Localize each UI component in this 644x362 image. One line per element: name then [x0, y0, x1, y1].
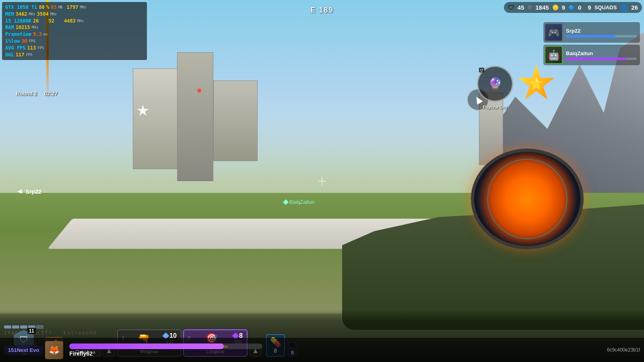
armor-cell-2	[12, 325, 19, 329]
frametime-val: 9.3	[33, 31, 42, 38]
perf-stats-panel: GTX 1050 Ti 80 % 63 MB 1797 MHz MEM 3462…	[2, 2, 147, 60]
player1-name: Srp22	[566, 28, 637, 34]
player-name: Firefly62	[69, 350, 262, 357]
ogl-row: OGL 117 FPS	[5, 52, 144, 58]
cpu-row: i5 12600K 26 52 4483 MHz	[5, 18, 144, 25]
armor-count: 11	[27, 328, 36, 334]
hp-bar-1-container	[566, 35, 637, 37]
round-timer: 02:27	[44, 91, 58, 97]
cpu-label: i5 12600K	[5, 18, 31, 25]
resource-bar: 🛡 45 ⚒ 1845 🪙 9 🔷 0 9 SQUADS 👤 26	[504, 2, 642, 13]
cpu-val2: 52	[48, 18, 54, 25]
ogl-label: OGL	[5, 52, 14, 58]
portrait-row-2: 🤖 BaiqZaitun	[543, 45, 640, 65]
person-icon: 👤	[620, 4, 628, 11]
player-avatar: 🦊	[45, 341, 63, 359]
tactical-ability[interactable]: 🔮 Q Psyche Out	[477, 66, 513, 102]
tactical-icon: 🔮	[488, 77, 502, 90]
players-remaining: 26	[631, 4, 638, 11]
teammate-label: Srp22	[26, 188, 41, 195]
cpu-clock-unit: MHz	[77, 19, 84, 24]
shield-icon: 🛡	[508, 4, 514, 11]
mem-label: MEM	[5, 11, 14, 18]
compass: E 189	[310, 6, 333, 14]
tactical-label: Psyche Out	[483, 105, 508, 110]
sep3: 🔷	[568, 4, 575, 10]
frametime-label: Frametime	[5, 31, 31, 38]
portrait-srp22: 🎮	[545, 23, 563, 41]
mem-row: MEM 3462 MHz 3504 MHz	[5, 11, 144, 18]
crosshair-vertical	[322, 177, 322, 185]
ram-val: 10215	[16, 24, 30, 31]
hp-bar-1	[566, 35, 615, 37]
building-3	[213, 81, 258, 161]
frametime-unit: ms	[43, 32, 48, 37]
ram-row: RAM 10215 MHz	[5, 24, 144, 31]
hp-bar-2	[566, 58, 626, 60]
health-area: Firefly62	[65, 343, 266, 357]
avgfps-unit: FPS	[37, 46, 44, 51]
ally-marker: BaiqZaitun	[284, 199, 314, 205]
weapon-scope	[471, 149, 584, 249]
gpu-label: GTX 1050 Ti	[5, 4, 37, 11]
teammate-indicator: ◄ Srp22	[16, 187, 41, 196]
evo-display: 151Next Evo	[4, 345, 43, 355]
compass-value: E 189	[310, 6, 333, 14]
ally-name: BaiqZaitun	[289, 199, 314, 205]
team-portraits: 🎮 Srp22 🤖 BaiqZaitun	[543, 22, 640, 65]
mem-unit1: MHz	[29, 12, 35, 17]
weapon-foreground	[302, 88, 644, 330]
low1-row: 1%low 30 FPS	[5, 38, 144, 45]
teammate-arrow-icon: ◄	[16, 187, 23, 196]
mem-val2: 3504	[37, 11, 49, 18]
armor-cells	[4, 325, 43, 329]
gpu-usage-unit: %	[46, 4, 49, 11]
ability-wheel: 🔮 Q Psyche Out ⭐ Z Party	[477, 64, 555, 103]
mem-unit2: MHz	[50, 12, 57, 17]
sep1: ⚒	[527, 4, 532, 10]
player-id: 6c9c400e23b1f	[607, 347, 640, 353]
clock-val: 1797	[66, 4, 78, 11]
avgfps-val: 113	[27, 45, 36, 52]
tactical-key: Q	[479, 68, 484, 72]
frametime-row: Frametime 9.3 ms	[5, 31, 144, 38]
armor-cell-1	[4, 325, 11, 329]
health-bar-bg	[69, 343, 262, 349]
player2-name: BaiqZaitun	[566, 50, 637, 56]
portrait-info-2: BaiqZaitun	[566, 50, 637, 60]
avgfps-label: AVG FPS	[5, 45, 26, 52]
portrait-row-1: 🎮 Srp22	[543, 22, 640, 43]
ram-label: RAM	[5, 24, 14, 31]
evo-num: 151Next Evo	[8, 347, 39, 353]
player-info-bar: 151Next Evo 🦊 Firefly62 6c9c400e23b1f	[0, 338, 644, 362]
health-bar-fill	[69, 343, 224, 349]
ally-diamond	[283, 199, 289, 205]
low1-unit: FPS	[29, 39, 35, 44]
hp-bar-2-container	[566, 58, 637, 60]
ultimate-icon: ⭐	[529, 77, 543, 90]
low1-val: 30	[21, 38, 27, 45]
rank-points: 9	[588, 4, 591, 11]
vram-val: 63	[51, 4, 56, 11]
crafting-materials: 1845	[535, 4, 549, 11]
vram-unit: MB	[58, 5, 63, 10]
ultimate-key: Z	[519, 66, 524, 71]
sep2: 🪙	[552, 4, 559, 10]
round-info: Round 2 02:27	[16, 91, 58, 97]
ogl-unit: FPS	[26, 52, 32, 58]
legend-tokens: 9	[562, 4, 565, 11]
scope-ring	[487, 159, 568, 239]
gpu-usage: 80	[39, 4, 44, 11]
top-right-hud: 🛡 45 ⚒ 1845 🪙 9 🔷 0 9 SQUADS 👤 26	[504, 2, 642, 13]
ogl-val: 117	[16, 52, 25, 58]
mem-val1: 3462	[16, 11, 27, 18]
avgfps-row: AVG FPS 113 FPS	[5, 45, 144, 52]
armor-cell-5	[36, 325, 43, 329]
portrait-baiqzaitun: 🤖	[545, 46, 563, 64]
shield-points: 45	[518, 4, 524, 11]
armor-cell-3	[20, 325, 27, 329]
cpu-clock: 4483	[64, 18, 76, 25]
building-2	[177, 52, 213, 181]
ultimate-ability[interactable]: ⭐ Z Party	[517, 64, 555, 103]
round-label: Round 2	[16, 91, 37, 97]
